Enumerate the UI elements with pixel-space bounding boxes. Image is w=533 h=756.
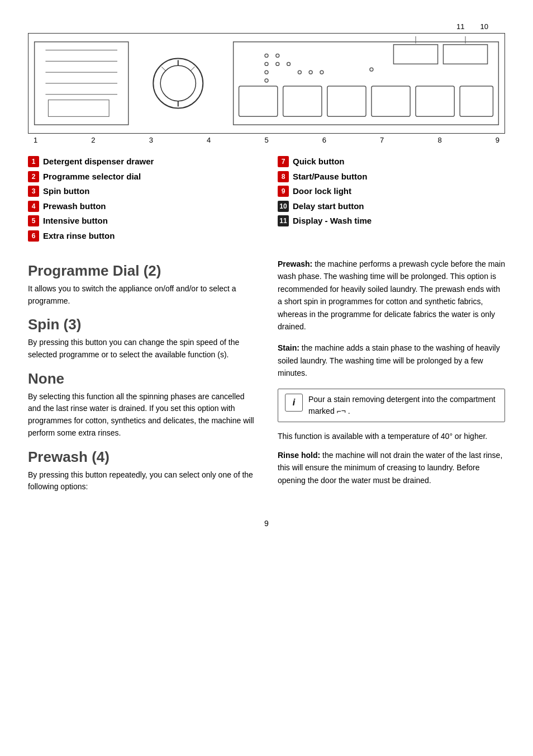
left-column: Programme Dial (2) It allows you to swit… [28, 258, 255, 502]
part-item-7: 7 Quick button [278, 155, 505, 168]
section-title-prewash4: Prewash (4) [28, 448, 255, 466]
part-item-8: 8 Start/Pause button [278, 171, 505, 183]
info-text-content: Pour a stain removing detergent into the… [308, 394, 498, 417]
section-none: None By selecting this function all the … [28, 370, 255, 440]
section-body-none: By selecting this function all the spinn… [28, 391, 255, 440]
svg-rect-25 [393, 45, 437, 64]
part-label-4: Prewash button [43, 200, 106, 213]
svg-point-18 [276, 54, 279, 58]
part-label-10: Delay start button [293, 200, 364, 213]
svg-rect-32 [460, 86, 493, 116]
section-title-programme-dial: Programme Dial (2) [28, 262, 255, 280]
temp-text: This function is available with a temper… [278, 430, 505, 442]
stain-bold: Stain: [278, 343, 299, 352]
part-badge-11: 11 [278, 215, 289, 226]
part-label-8: Start/Pause button [293, 171, 367, 183]
part-badge-1: 1 [28, 156, 39, 167]
svg-line-11 [161, 67, 166, 71]
svg-rect-26 [443, 45, 487, 64]
part-label-11: Display - Wash time [293, 215, 372, 228]
svg-rect-29 [327, 86, 366, 116]
svg-point-23 [320, 70, 323, 74]
bottom-num-4: 4 [207, 136, 211, 144]
svg-point-17 [265, 79, 268, 82]
stain-para: Stain: the machine adds a stain phase to… [278, 342, 505, 379]
bottom-num-3: 3 [149, 136, 153, 144]
part-label-2: Programme selector dial [43, 171, 141, 183]
svg-rect-28 [283, 86, 322, 116]
bottom-num-7: 7 [380, 136, 384, 144]
svg-line-12 [191, 67, 195, 71]
prewash-para: Prewash: the machine performs a prewash … [278, 258, 505, 333]
diagram-section: 11 10 [28, 22, 505, 144]
svg-point-15 [265, 62, 268, 65]
main-content: Programme Dial (2) It allows you to swit… [28, 258, 505, 502]
part-label-1: Detergent dispenser drawer [43, 155, 154, 168]
info-icon: i [285, 394, 303, 412]
svg-point-21 [298, 70, 301, 74]
section-title-spin: Spin (3) [28, 316, 255, 333]
section-body-prewash4: By pressing this button repeatedly, you … [28, 469, 255, 493]
prewash-text: the machine performs a prewash cycle bef… [278, 259, 505, 331]
part-badge-10: 10 [278, 201, 289, 212]
svg-rect-31 [416, 86, 454, 116]
section-prewash4: Prewash (4) By pressing this button repe… [28, 448, 255, 493]
part-badge-8: 8 [278, 171, 289, 182]
part-label-7: Quick button [293, 155, 345, 168]
part-item-3: 3 Spin button [28, 185, 255, 198]
part-item-6: 6 Extra rinse button [28, 230, 255, 243]
bottom-num-6: 6 [322, 136, 326, 144]
part-label-3: Spin button [43, 185, 89, 198]
part-label-5: Intensive button [43, 215, 108, 228]
svg-point-19 [276, 62, 279, 65]
parts-legend: 1 Detergent dispenser drawer 7 Quick but… [28, 155, 505, 242]
part-item-4: 4 Prewash button [28, 200, 255, 213]
rinse-bold: Rinse hold: [278, 451, 320, 460]
svg-point-22 [309, 70, 312, 74]
prewash-bold: Prewash: [278, 259, 312, 268]
svg-point-16 [265, 70, 268, 74]
part-badge-6: 6 [28, 230, 39, 242]
part-item-2: 2 Programme selector dial [28, 171, 255, 183]
bottom-num-8: 8 [437, 136, 441, 144]
section-title-none: None [28, 370, 255, 388]
part-item-10: 10 Delay start button [278, 200, 505, 213]
bottom-num-5: 5 [264, 136, 268, 144]
part-badge-3: 3 [28, 186, 39, 197]
appliance-diagram [28, 33, 505, 134]
rinse-hold-para: Rinse hold: the machine will not drain t… [278, 449, 505, 486]
page-number: 9 [28, 519, 505, 528]
stain-text: the machine adds a stain phase to the wa… [278, 343, 500, 377]
part-badge-2: 2 [28, 171, 39, 182]
part-item-11: 11 Display - Wash time [278, 215, 505, 228]
part-label-9: Door lock light [293, 185, 351, 198]
top-number-11: 11 [456, 22, 464, 31]
svg-point-20 [287, 62, 291, 65]
svg-rect-30 [372, 86, 410, 116]
bottom-num-1: 1 [34, 136, 37, 144]
right-column: Prewash: the machine performs a prewash … [278, 258, 505, 502]
info-compartment-symbol: ⌐¬ . [337, 407, 350, 415]
section-body-spin: By pressing this button you can change t… [28, 337, 255, 361]
part-item-9: 9 Door lock light [278, 185, 505, 198]
diagram-top-numbers: 11 10 [28, 22, 505, 31]
part-badge-4: 4 [28, 201, 39, 212]
svg-rect-6 [48, 100, 109, 117]
part-item-5: 5 Intensive button [28, 215, 255, 228]
part-badge-9: 9 [278, 186, 289, 197]
top-number-10: 10 [480, 22, 488, 31]
section-spin: Spin (3) By pressing this button you can… [28, 316, 255, 361]
svg-rect-27 [239, 86, 278, 116]
part-badge-5: 5 [28, 215, 39, 226]
diagram-svg [28, 34, 505, 133]
svg-point-14 [265, 54, 268, 58]
section-programme-dial: Programme Dial (2) It allows you to swit… [28, 262, 255, 307]
bottom-num-9: 9 [496, 136, 499, 144]
part-item-1: 1 Detergent dispenser drawer [28, 155, 255, 168]
svg-point-24 [370, 68, 373, 71]
part-badge-7: 7 [278, 156, 289, 167]
info-box: i Pour a stain removing detergent into t… [278, 389, 505, 422]
part-label-6: Extra rinse button [43, 230, 115, 243]
bottom-num-2: 2 [91, 136, 95, 144]
diagram-bottom-numbers: 1 2 3 4 5 6 7 8 9 [28, 134, 505, 144]
